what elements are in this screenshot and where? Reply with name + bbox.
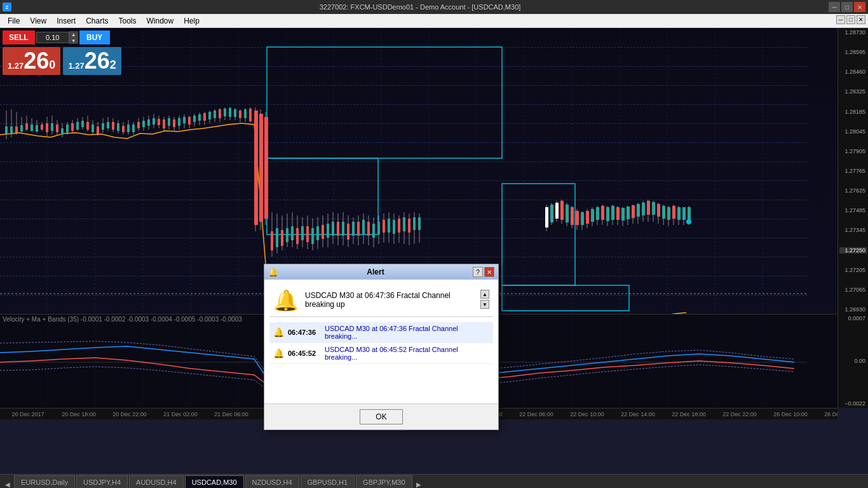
svg-rect-76 — [25, 123, 28, 130]
chart-restore-button[interactable]: □ — [846, 15, 855, 24]
svg-rect-169 — [347, 224, 349, 240]
time-label-2: 20 Dec 22:00 — [104, 411, 155, 417]
alert-help-button[interactable]: ? — [473, 267, 483, 277]
svg-rect-74 — [15, 126, 18, 133]
time-label-12: 22 Dec 14:00 — [613, 411, 663, 417]
svg-rect-119 — [244, 109, 247, 118]
tab-audusd-h4[interactable]: AUDUSD,H4 — [129, 475, 184, 488]
svg-rect-217 — [566, 205, 569, 222]
ind-scale-bot: −0.0022 — [839, 400, 867, 407]
svg-rect-121 — [254, 111, 258, 225]
buy-button[interactable]: BUY — [79, 30, 110, 44]
svg-rect-226 — [611, 206, 614, 220]
alert-scroll-up[interactable]: ▲ — [480, 290, 489, 299]
svg-rect-172 — [362, 220, 365, 234]
alert-list: 🔔 06:47:36 USDCAD M30 at 06:47:36 Fracta… — [269, 320, 493, 367]
menu-bar: File View Insert Charts Tools Window Hel… — [0, 14, 868, 28]
alert-main-text: USDCAD M30 at 06:47:36 Fractal Channel b… — [305, 288, 474, 309]
indicator-scale: 0.0007 0.00 −0.0022 — [837, 314, 868, 408]
svg-rect-215 — [555, 203, 559, 219]
menu-file[interactable]: File — [3, 15, 25, 27]
price-label-3: 1.28325 — [839, 88, 867, 95]
svg-rect-162 — [311, 228, 314, 244]
tab-eurusd-daily[interactable]: EURUSD,Daily — [14, 475, 75, 488]
tab-scroll-left[interactable]: ◀ — [3, 481, 13, 488]
time-label-16: 26 Dec 14:00 — [816, 411, 837, 417]
svg-rect-90 — [97, 126, 99, 134]
tab-nzdusd-h4[interactable]: NZDUSD,H4 — [245, 475, 299, 488]
minimize-button[interactable]: ─ — [829, 2, 840, 12]
tab-usdcad-m30[interactable]: USDCAD,M30 — [185, 475, 244, 488]
svg-rect-17 — [267, 158, 378, 234]
alert-close-button[interactable]: ✕ — [484, 267, 494, 277]
svg-rect-181 — [408, 219, 410, 233]
alert-row-msg-1: USDCAD M30 at 06:45:52 Fractal Channel b… — [325, 346, 489, 361]
svg-rect-107 — [183, 117, 186, 123]
close-button[interactable]: ✕ — [854, 2, 865, 12]
svg-rect-240 — [682, 207, 686, 220]
time-label-1: 20 Dec 18:00 — [53, 411, 104, 417]
sell-price-small: 1.27 — [8, 61, 24, 71]
lot-decrease-button[interactable]: ▼ — [69, 37, 78, 44]
svg-rect-102 — [158, 119, 160, 125]
chart-minimize-button[interactable]: ─ — [836, 15, 845, 24]
tab-usdjpy-h4[interactable]: USDJPY,H4 — [76, 475, 128, 488]
app-icon: Z — [3, 3, 11, 11]
svg-rect-115 — [224, 109, 226, 116]
svg-rect-97 — [132, 125, 135, 132]
svg-rect-111 — [203, 113, 206, 121]
svg-rect-236 — [662, 206, 665, 219]
alert-row-msg-0: USDCAD M30 at 06:47:36 Fractal Channel b… — [325, 325, 489, 340]
svg-rect-174 — [372, 224, 375, 238]
alert-body: 🔔 USDCAD M30 at 06:47:36 Fractal Channel… — [264, 280, 498, 403]
svg-rect-241 — [688, 207, 691, 220]
svg-rect-84 — [66, 125, 69, 132]
svg-rect-77 — [31, 125, 33, 131]
svg-rect-158 — [291, 226, 294, 240]
svg-rect-163 — [316, 226, 319, 240]
menu-charts[interactable]: Charts — [81, 15, 113, 27]
time-label-0: 20 Dec 2017 — [3, 411, 53, 417]
menu-tools[interactable]: Tools — [114, 15, 142, 27]
time-label-3: 21 Dec 02:00 — [155, 411, 206, 417]
price-label-highlighted: 1.27250 — [839, 247, 867, 254]
tab-gbpjpy-m30[interactable]: GBPJPY,M30 — [356, 475, 412, 488]
alert-row-bell-1: 🔔 — [273, 348, 284, 358]
svg-rect-220 — [581, 212, 584, 225]
svg-rect-173 — [367, 222, 370, 236]
menu-help[interactable]: Help — [179, 15, 205, 27]
menu-window[interactable]: Window — [142, 15, 179, 27]
menu-view[interactable]: View — [25, 15, 51, 27]
alert-scroll-down[interactable]: ▼ — [480, 300, 489, 309]
price-label-10: 1.27345 — [839, 227, 867, 233]
svg-rect-216 — [560, 201, 564, 220]
tab-scroll-right[interactable]: ▶ — [414, 481, 424, 488]
svg-rect-165 — [327, 224, 329, 238]
svg-rect-104 — [168, 118, 170, 126]
svg-rect-164 — [322, 225, 324, 239]
svg-rect-218 — [571, 207, 574, 225]
svg-rect-117 — [234, 109, 236, 117]
svg-rect-91 — [102, 123, 104, 130]
svg-rect-178 — [393, 220, 395, 234]
svg-rect-235 — [657, 204, 660, 217]
svg-rect-213 — [545, 207, 548, 227]
svg-rect-157 — [286, 228, 288, 242]
svg-rect-92 — [107, 122, 109, 128]
lot-input[interactable] — [36, 32, 69, 43]
time-label-13: 22 Dec 18:00 — [663, 411, 714, 417]
alert-ok-button[interactable]: OK — [360, 409, 402, 424]
price-scale: 1.28730 1.28595 1.28460 1.28325 1.28185 … — [837, 28, 868, 314]
sell-button[interactable]: SELL — [3, 30, 35, 44]
maximize-button[interactable]: □ — [841, 2, 853, 12]
svg-rect-114 — [219, 109, 221, 118]
tab-gbpusd-h1[interactable]: GBPUSD,H1 — [301, 475, 355, 488]
sell-price-box: 1.27 26 0 — [3, 47, 60, 75]
lot-increase-button[interactable]: ▲ — [69, 31, 78, 37]
chart-close-button[interactable]: ✕ — [857, 15, 865, 24]
svg-rect-86 — [76, 122, 79, 130]
svg-rect-156 — [281, 230, 283, 246]
svg-rect-223 — [596, 207, 599, 220]
svg-rect-72 — [5, 126, 8, 134]
menu-insert[interactable]: Insert — [51, 15, 81, 27]
